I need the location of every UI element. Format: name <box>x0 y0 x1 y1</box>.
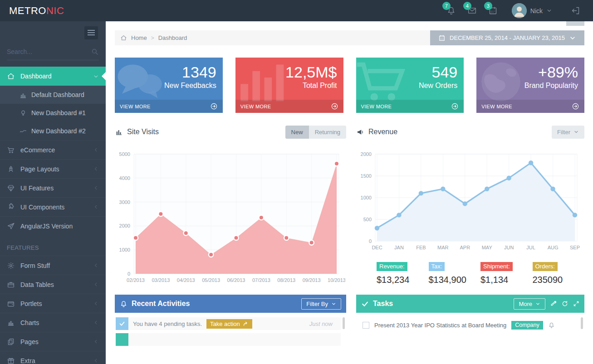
reload-icon[interactable] <box>562 301 568 307</box>
sidebar-item-dashboard[interactable]: Dashboard <box>0 67 106 86</box>
notifications-button[interactable]: 7 <box>441 0 462 21</box>
home-icon <box>7 72 15 80</box>
chevron-left-icon <box>93 185 99 191</box>
logout-button[interactable] <box>565 0 586 21</box>
sidebar-item-charts[interactable]: Charts <box>0 313 106 332</box>
arrow-right-circle-icon <box>331 102 338 110</box>
sidebar-item-extra[interactable]: Extra <box>0 351 106 364</box>
svg-text:1000: 1000 <box>119 247 130 252</box>
revenue-stats: Revenue:$13,234Tax:$134,900Shipment:$1,1… <box>356 253 584 285</box>
chevron-down-icon <box>573 129 579 135</box>
task-checkbox[interactable] <box>363 322 369 329</box>
filter-by-button[interactable]: Filter By <box>301 298 341 310</box>
brand-part-1: METRO <box>9 5 46 17</box>
svg-text:02/2013: 02/2013 <box>127 277 145 283</box>
svg-text:JUN: JUN <box>504 245 514 250</box>
sidebar-subitem-new-dashboard-1[interactable]: New Dashboard #1 <box>0 104 106 122</box>
activity-item[interactable]: You have 4 pending tasks. Take action Ju… <box>116 317 341 330</box>
take-action-button[interactable]: Take action <box>206 319 252 329</box>
tasks-scrollbar[interactable] <box>581 317 583 345</box>
sidebar-item-page-layouts[interactable]: Page Layouts <box>0 159 106 178</box>
sidebar-item-pages[interactable]: Pages <box>0 332 106 351</box>
pages-icon <box>7 338 15 346</box>
sidebar-item-form-stuff[interactable]: Form Stuff <box>0 256 106 275</box>
check-icon <box>116 317 128 330</box>
main-content: Dashboardreports & statistics Home > Das… <box>106 0 593 346</box>
stat-badge: Shipment: <box>480 262 513 271</box>
new-button[interactable]: New <box>285 126 309 139</box>
sidebar-toggler[interactable] <box>84 26 98 39</box>
svg-text:MAY: MAY <box>482 245 493 250</box>
sidebar-item-portlets[interactable]: Portlets <box>0 294 106 313</box>
inbox-button[interactable]: 4 <box>462 0 483 21</box>
sidebar-item-data-tables[interactable]: Data Tables <box>0 275 106 294</box>
avatar <box>512 3 527 18</box>
brand-logo[interactable]: METRONIC <box>0 0 106 21</box>
task-item[interactable]: Present 2013 Year IPO Statistics at Boar… <box>357 317 579 330</box>
activity-icon <box>116 333 128 346</box>
view-more-link[interactable]: VIEW MORE <box>115 100 223 113</box>
chevron-down-icon <box>331 301 336 306</box>
view-more-link[interactable]: VIEW MORE <box>476 100 584 113</box>
filter-button[interactable]: Filter <box>552 126 584 139</box>
view-more-link[interactable]: VIEW MORE <box>235 100 343 113</box>
stat-tile-new-feedbacks[interactable]: 1349New FeedbacksVIEW MORE <box>115 58 223 113</box>
globe-icon <box>476 60 528 103</box>
svg-text:04/2013: 04/2013 <box>177 277 195 283</box>
notifications-badge: 7 <box>442 2 451 10</box>
sidebar-menu: DashboardDefault DashboardNew Dashboard … <box>0 67 106 364</box>
plane-icon <box>7 222 15 230</box>
stat-tile-new-orders[interactable]: 549New OrdersVIEW MORE <box>356 58 464 113</box>
more-button[interactable]: More <box>514 298 545 310</box>
svg-text:08/2013: 08/2013 <box>277 277 295 283</box>
sidebar-subitem-default-dashboard[interactable]: Default Dashboard <box>0 86 106 104</box>
stat-badge: Revenue: <box>377 262 407 271</box>
stat-tile-total-profit[interactable]: 12,5M$Total ProfitVIEW MORE <box>235 58 343 113</box>
arrow-right-circle-icon <box>210 102 218 110</box>
sidebar: DashboardDefault DashboardNew Dashboard … <box>0 21 106 364</box>
site-visits-chart: 01000200030004000500002/201303/201304/20… <box>115 149 345 286</box>
topbar-actions: 7 4 3 Nick <box>441 0 593 21</box>
sidebar-item-ui-components[interactable]: UI Components <box>0 197 106 216</box>
activities-scrollbar[interactable] <box>343 317 345 345</box>
todo-button[interactable]: 3 <box>483 0 504 21</box>
svg-text:3000: 3000 <box>119 199 130 205</box>
returning-button[interactable]: Returning <box>309 126 346 139</box>
breadcrumb-home[interactable]: Home <box>131 34 147 41</box>
brand-part-2: NIC <box>46 5 64 17</box>
gear-icon <box>7 262 15 270</box>
view-more-link[interactable]: VIEW MORE <box>356 100 464 113</box>
revenue-title: Revenue <box>356 128 397 136</box>
svg-text:2000: 2000 <box>119 223 130 228</box>
svg-text:JAN: JAN <box>394 245 404 250</box>
chart-bars-icon <box>19 91 27 99</box>
active-item-arrow <box>102 72 106 80</box>
breadcrumb: Home > Dashboard <box>115 30 430 45</box>
tasks-title: Tasks <box>361 300 393 308</box>
stat-tile-brand-popularity[interactable]: +89%Brand PopularityVIEW MORE <box>476 58 584 113</box>
svg-text:2000: 2000 <box>361 151 372 157</box>
svg-text:06/2013: 06/2013 <box>227 277 245 283</box>
trend-icon <box>19 127 27 135</box>
user-menu[interactable]: Nick <box>504 3 559 18</box>
bell-icon <box>548 322 555 329</box>
sidebar-item-ecommerce[interactable]: eCommerce <box>0 140 106 159</box>
cart-icon <box>356 60 408 103</box>
cart-icon <box>7 146 15 154</box>
activity-item-partial[interactable] <box>116 333 341 346</box>
search-input[interactable] <box>7 48 91 55</box>
sidebar-subitem-new-dashboard-2[interactable]: New Dashboard #2 <box>0 122 106 140</box>
chevron-left-icon <box>93 358 99 364</box>
task-text: Present 2013 Year IPO Statistics at Boar… <box>374 322 506 329</box>
todo-badge: 3 <box>484 2 492 10</box>
sidebar-item-angularjs-version[interactable]: AngularJS Version <box>0 216 106 235</box>
rocket-icon <box>7 165 15 173</box>
revenue-stat-shipment: Shipment:$1,134 <box>480 262 533 285</box>
sidebar-item-ui-features[interactable]: UI Features <box>0 178 106 197</box>
fullscreen-icon[interactable] <box>573 301 579 307</box>
date-range-label: DECEMBER 25, 2014 - JANUARY 23, 2015 <box>450 34 565 41</box>
date-range-picker[interactable]: DECEMBER 25, 2014 - JANUARY 23, 2015 <box>430 30 584 45</box>
svg-text:1000: 1000 <box>361 195 372 200</box>
wrench-icon[interactable] <box>550 301 557 307</box>
svg-text:APR: APR <box>460 245 470 250</box>
